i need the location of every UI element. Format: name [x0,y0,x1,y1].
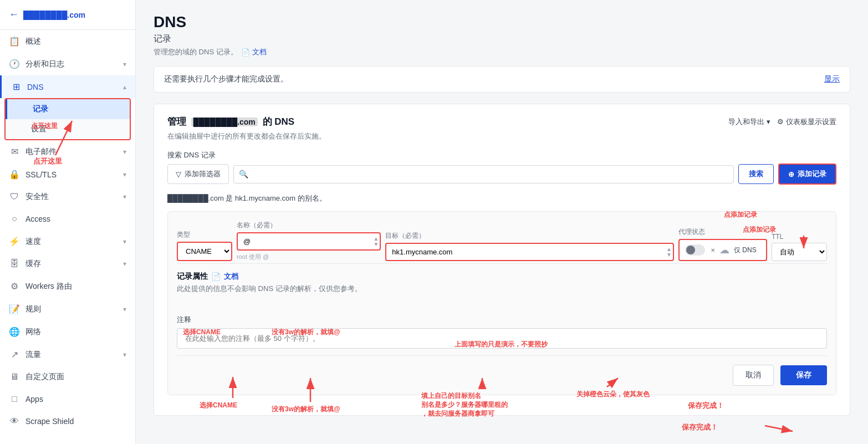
sidebar-item-label: SSL/TLS [25,170,57,179]
target-label: 目标（必需） [385,231,674,241]
ttl-select[interactable]: 自动 60 300 3600 [772,243,827,261]
alert-text: 还需要执行几个步骤才能完成设置。 [164,74,288,84]
speed-icon: ⚡ [9,236,20,247]
sidebar-item-label: 分析和日志 [25,59,64,69]
sidebar-item-workers[interactable]: ⚙ Workers 路由 [0,275,135,298]
apps-icon: □ [9,394,20,404]
sidebar-item-apps[interactable]: □ Apps [0,388,135,410]
sidebar-item-network[interactable]: 🌐 网络 [0,320,135,343]
records-label: 记录 [33,104,48,114]
ttl-field: TTL 自动 60 300 3600 [772,233,827,261]
title-prefix: 管理 [167,116,186,127]
sidebar-item-label: 流量 [25,350,41,360]
scrape-shield-icon: 👁 [9,416,20,426]
chevron-down-icon: ▾ [123,351,126,359]
sidebar-sub-item-records[interactable]: 记录 [6,99,130,119]
search-area: 搜索 DNS 记录 ▽ 添加筛选器 🔍 搜索 ⊕ 添加记录 [167,150,836,185]
brand-back-button[interactable]: ← ████████.com [0,0,135,30]
sidebar-item-scrape-shield[interactable]: 👁 Scrape Shield [0,410,135,432]
chevron-up-icon: ▴ [123,83,126,91]
sidebar-item-label: Workers 路由 [25,282,72,292]
ssl-icon: 🔒 [9,169,20,180]
toggle-switch[interactable] [685,244,705,256]
dropdown-icon: ▾ [767,118,770,126]
dns-panel-subtitle: 在编辑抽屉中进行的所有更改都会在保存后实施。 [167,131,836,141]
alert-banner: 还需要执行几个步骤才能完成设置。 显示 [154,66,850,93]
security-icon: 🛡 [9,192,20,202]
save-button[interactable]: 保存 [780,365,827,385]
main-content: DNS 记录 管理您的域的 DNS 记录。 📄 文档 还需要执行几个步骤才能完成… [136,0,868,444]
record-properties: 记录属性 📄 文档 此处提供的信息不会影响 DNS 记录的解析，仅供您参考。 [177,263,827,308]
name-input[interactable] [237,232,381,251]
dns-panel-actions: 导入和导出 ▾ ⚙ 仪表板显示设置 [728,117,836,127]
show-link[interactable]: 显示 [824,74,840,84]
filter-button[interactable]: ▽ 添加筛选器 [167,164,229,184]
cname-notice-text: ████████.com 是 hk1.mycname.com 的别名。 [167,194,326,202]
name-input-wrap: ▲▼ [237,232,381,251]
chevron-down-icon: ▾ [123,238,126,246]
sidebar-item-overview[interactable]: 📋 概述 [0,30,135,53]
record-props-desc: 此处提供的信息不会影响 DNS 记录的解析，仅供您参考。 [177,284,827,294]
sidebar-item-label: Apps [25,395,43,404]
target-input-wrap: ▲▼ [385,243,674,261]
name-hint: root 使用 @ [237,253,381,261]
target-input[interactable] [385,243,674,261]
page-subtitle: 记录 [154,33,850,45]
proxy-text-label: 仅 DNS [734,246,757,255]
import-export-button[interactable]: 导入和导出 ▾ [728,117,770,127]
record-props-doc-link[interactable]: 文档 [224,272,238,282]
dns-management-panel: 管理 ████████.com 的 DNS 导入和导出 ▾ ⚙ 仪表板显示设置 … [154,104,850,416]
cache-icon: 🗄 [9,259,20,269]
chevron-down-icon: ▾ [123,260,126,268]
sidebar-item-label: DNS [27,83,44,91]
sidebar-item-traffic[interactable]: ↗ 流量 ▾ [0,343,135,366]
doc-link[interactable]: 📄 文档 [241,47,267,57]
type-select[interactable]: CNAME A AAAA MX TXT [177,242,232,261]
record-props-title: 记录属性 📄 文档 [177,272,827,282]
import-export-label: 导入和导出 [728,117,764,127]
sidebar-item-speed[interactable]: ⚡ 速度 ▾ [0,230,135,253]
chevron-down-icon: ▾ [123,60,126,68]
search-input-wrap: 🔍 [233,165,734,183]
sidebar-item-email[interactable]: ✉ 电子邮件 ▾ [0,140,135,163]
sidebar-sub-item-settings[interactable]: 设置 [6,119,130,139]
sidebar-item-ssl[interactable]: 🔒 SSL/TLS ▾ [0,163,135,186]
proxy-label-col: 代理状态 [678,227,767,237]
cancel-button[interactable]: 取消 [733,365,774,386]
annotation-save-done: 保存完成！ [688,401,724,411]
name-label: 名称（必需） [237,221,381,230]
sidebar-item-label: Access [25,215,50,223]
dns-sub-group: 记录 设置 [4,98,131,140]
name-arrows: ▲▼ [373,236,379,247]
settings-label: 设置 [31,124,47,134]
network-icon: 🌐 [9,326,20,337]
sidebar-item-cache[interactable]: 🗄 缓存 ▾ [0,253,135,275]
sidebar-item-rules[interactable]: 📝 规则 ▾ [0,298,135,320]
form-actions: 取消 保存 [177,355,827,386]
sidebar-item-custom-pages[interactable]: 🖥 自定义页面 [0,366,135,388]
record-form: 类型 CNAME A AAAA MX TXT 名称（必需） [167,211,836,395]
add-record-button[interactable]: ⊕ 添加记录 [778,164,836,185]
ttl-label: TTL [772,233,827,241]
proxy-field: 代理状态 ✕ ☁ 仅 DNS [678,227,767,261]
toggle-knob [686,246,695,254]
dashboard-settings-button[interactable]: ⚙ 仪表板显示设置 [777,117,836,127]
proxy-toggle[interactable]: ✕ ☁ 仅 DNS [678,239,767,261]
sidebar-item-analytics[interactable]: 🕐 分析和日志 ▾ [0,53,135,75]
sidebar-item-security[interactable]: 🛡 安全性 ▾ [0,186,135,208]
comment-label: 注释 [177,315,827,325]
sidebar-item-label: 规则 [25,304,41,314]
sidebar-item-dns[interactable]: ⊞ DNS ▴ [0,75,135,98]
workers-icon: ⚙ [9,281,20,292]
search-input[interactable] [233,165,734,183]
gear-icon: ⚙ [777,118,784,126]
search-button[interactable]: 搜索 [738,164,774,184]
sidebar-item-access[interactable]: ○ Access [0,208,135,230]
search-label: 搜索 DNS 记录 [167,150,836,160]
dns-panel-header: 管理 ████████.com 的 DNS 导入和导出 ▾ ⚙ 仪表板显示设置 [167,115,836,128]
page-desc-text: 管理您的域的 DNS 记录。 [154,47,238,57]
comment-input[interactable] [177,328,827,349]
sidebar-item-label: 缓存 [25,259,41,269]
traffic-icon: ↗ [9,349,20,360]
target-arrows: ▲▼ [666,247,672,258]
